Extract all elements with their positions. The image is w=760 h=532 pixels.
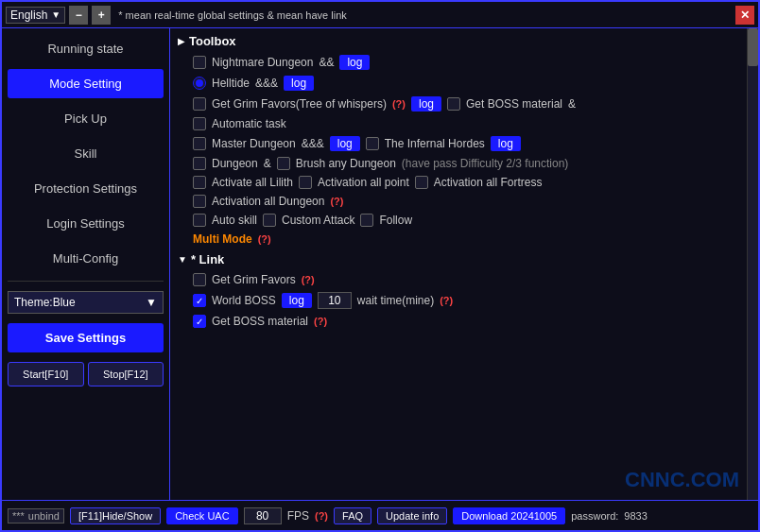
boss-material-label: Get BOSS material — [466, 97, 562, 111]
theme-selector[interactable]: Theme:Blue ▼ — [8, 291, 164, 314]
world-boss-wait-time-input[interactable] — [318, 292, 352, 309]
sidebar-item-mode-setting[interactable]: Mode Setting — [8, 69, 164, 98]
infernal-hordes-checkbox[interactable] — [366, 137, 379, 150]
auto-skill-row: Auto skill Custom Attack Follow — [178, 211, 739, 230]
link-title: * Link — [191, 252, 224, 266]
follow-checkbox[interactable] — [360, 214, 373, 227]
start-button[interactable]: Start[F10] — [8, 362, 84, 386]
get-boss-material-row: Get BOSS material (?) — [178, 312, 739, 331]
get-grim-favors-link-row: Get Grim Favors (?) — [178, 270, 739, 289]
minimize-button[interactable]: − — [69, 6, 88, 25]
infernal-hordes-log-button[interactable]: log — [491, 136, 521, 151]
update-info-button[interactable]: Update info — [377, 507, 447, 524]
main-layout: Running state Mode Setting Pick Up Skill… — [2, 28, 758, 500]
activation-dungeon-row: Activation all Dungeon (?) — [178, 192, 739, 211]
check-uac-button[interactable]: Check UAC — [166, 507, 237, 524]
automatic-task-row: Automatic task — [178, 114, 739, 133]
activation-all-dungeon-checkbox[interactable] — [193, 195, 206, 208]
fps-question-icon[interactable]: (?) — [315, 510, 328, 522]
keybind-dots: *** — [12, 510, 25, 522]
sidebar-item-login-settings[interactable]: Login Settings — [8, 209, 164, 238]
get-grim-favors-link-question-icon[interactable]: (?) — [302, 274, 315, 285]
world-boss-wait-time-label: wait time(mine) — [357, 294, 434, 307]
grim-favors-row: Get Grim Favors(Tree of whispers) (?) lo… — [178, 94, 739, 114]
activation-dungeon-question-icon[interactable]: (?) — [330, 196, 343, 207]
language-selector[interactable]: English ▼ — [6, 7, 65, 24]
nightmare-dungeon-label: Nightmare Dungeon — [212, 56, 313, 69]
dungeon-amp: & — [264, 157, 271, 170]
sidebar-item-skill[interactable]: Skill — [8, 139, 164, 168]
world-boss-log-button[interactable]: log — [282, 293, 312, 308]
stop-button[interactable]: Stop[F12] — [88, 362, 164, 386]
activate-row: Activate all Lilith Activation all point… — [178, 173, 739, 192]
brush-any-dungeon-checkbox[interactable] — [277, 157, 290, 170]
nightmare-dungeon-checkbox[interactable] — [193, 56, 206, 69]
save-settings-button[interactable]: Save Settings — [8, 323, 164, 352]
toolbox-section-header[interactable]: ▶ Toolbox — [178, 34, 739, 48]
master-dungeon-log-button[interactable]: log — [330, 136, 360, 151]
bottom-bar: *** unbind [F11]Hide/Show Check UAC FPS … — [2, 500, 758, 530]
faq-button[interactable]: FAQ — [334, 507, 371, 524]
password-value: 9833 — [624, 510, 647, 522]
helltide-radio[interactable] — [193, 77, 206, 90]
scrollbar[interactable] — [747, 28, 758, 500]
master-dungeon-row: Master Dungeon &&& log The Infernal Hord… — [178, 133, 739, 154]
world-boss-question-icon[interactable]: (?) — [440, 295, 453, 306]
get-boss-material-question-icon[interactable]: (?) — [314, 316, 327, 327]
hide-show-button[interactable]: [F11]Hide/Show — [70, 507, 161, 524]
boss-material-checkbox[interactable] — [447, 97, 460, 111]
language-label: English — [10, 9, 47, 22]
master-dungeon-checkbox[interactable] — [193, 137, 206, 150]
brush-any-dungeon-label: Brush any Dungeon — [296, 157, 396, 170]
grim-favors-checkbox[interactable] — [193, 97, 206, 111]
get-boss-material-checkbox[interactable] — [193, 315, 206, 328]
close-button[interactable]: ✕ — [735, 6, 754, 25]
activate-lilith-label: Activate all Lilith — [212, 176, 293, 189]
world-boss-checkbox[interactable] — [193, 294, 206, 307]
dungeon-difficulty-note: (have pass Difficulty 2/3 function) — [402, 157, 569, 170]
content-area: ▶ Toolbox Nightmare Dungeon && log Hellt… — [170, 28, 747, 500]
sidebar-item-multi-config[interactable]: Multi-Config — [8, 244, 164, 273]
helltide-row: Helltide &&& log — [178, 73, 739, 94]
maximize-button[interactable]: + — [92, 6, 111, 25]
keybind-unbind: unbind — [28, 510, 60, 522]
theme-dropdown-icon: ▼ — [146, 296, 157, 309]
nightmare-dungeon-row: Nightmare Dungeon && log — [178, 52, 739, 73]
grim-favors-question-icon[interactable]: (?) — [392, 98, 406, 110]
sidebar-item-protection-settings[interactable]: Protection Settings — [8, 174, 164, 203]
sidebar-divider — [8, 281, 164, 282]
nightmare-dungeon-log-button[interactable]: log — [339, 55, 370, 70]
get-boss-material-label: Get BOSS material — [212, 315, 308, 328]
custom-attack-label: Custom Attack — [282, 214, 354, 227]
theme-label: Theme:Blue — [14, 296, 76, 309]
link-section-header[interactable]: ▼ * Link — [178, 252, 739, 266]
sidebar-item-pick-up[interactable]: Pick Up — [8, 104, 164, 133]
activation-all-point-label: Activation all point — [318, 176, 409, 189]
keybind-area[interactable]: *** unbind — [8, 508, 64, 523]
download-button[interactable]: Download 20241005 — [453, 507, 565, 524]
helltide-log-button[interactable]: log — [284, 76, 314, 91]
activation-all-point-checkbox[interactable] — [299, 176, 312, 189]
get-grim-favors-link-checkbox[interactable] — [193, 273, 206, 286]
auto-skill-checkbox[interactable] — [193, 214, 206, 227]
toolbox-expand-icon: ▶ — [178, 36, 185, 46]
fps-label: FPS — [287, 509, 309, 523]
activation-all-fortress-checkbox[interactable] — [415, 176, 428, 189]
automatic-task-checkbox[interactable] — [193, 117, 206, 130]
sidebar-item-running-state[interactable]: Running state — [8, 34, 164, 63]
password-label: password: — [571, 510, 618, 522]
title-info: * mean real-time global settings & mean … — [118, 9, 732, 21]
grim-favors-log-button[interactable]: log — [411, 96, 441, 112]
world-boss-label: World BOSS — [212, 294, 276, 307]
dropdown-arrow-icon: ▼ — [51, 9, 60, 20]
dungeon-checkbox[interactable] — [193, 157, 206, 170]
activation-all-dungeon-label: Activation all Dungeon — [212, 195, 324, 208]
multi-mode-question-icon[interactable]: (?) — [258, 233, 271, 245]
activate-lilith-checkbox[interactable] — [193, 176, 206, 189]
fps-input[interactable] — [244, 507, 282, 524]
master-dungeon-amp: &&& — [302, 137, 324, 150]
toolbox-title: Toolbox — [189, 34, 236, 48]
custom-attack-checkbox[interactable] — [263, 214, 276, 227]
master-dungeon-label: Master Dungeon — [212, 137, 296, 150]
scroll-thumb[interactable] — [748, 28, 758, 66]
